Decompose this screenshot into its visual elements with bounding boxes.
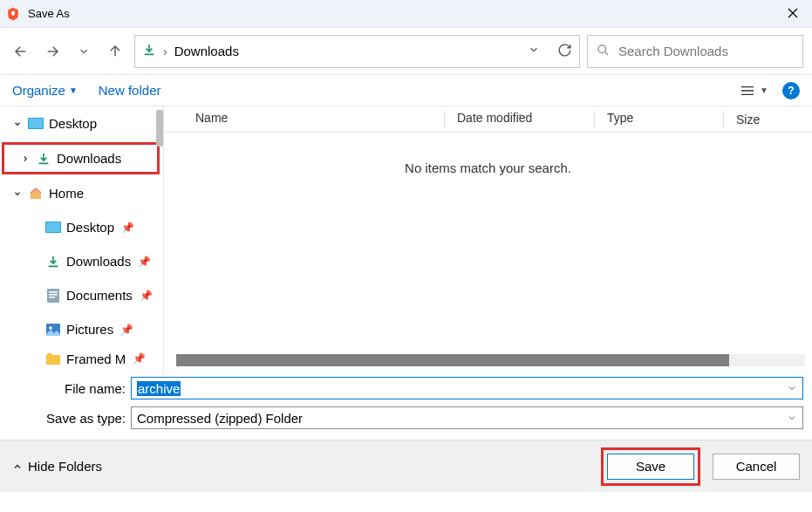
search-icon bbox=[597, 44, 610, 59]
column-date[interactable]: ⌄ Date modified bbox=[445, 111, 595, 128]
sort-indicator-icon: ⌄ bbox=[516, 109, 523, 118]
tree-item-home-pictures[interactable]: Pictures 📌 bbox=[0, 312, 163, 346]
svg-rect-2 bbox=[29, 119, 43, 128]
view-menu[interactable]: ▼ bbox=[740, 85, 768, 97]
tree-item-home-framed[interactable]: Framed M 📌 bbox=[0, 346, 163, 371]
filename-value: archive bbox=[137, 381, 181, 396]
horizontal-scrollbar[interactable] bbox=[176, 354, 805, 366]
tree-item-home-documents[interactable]: Documents 📌 bbox=[0, 278, 163, 312]
pin-icon: 📌 bbox=[138, 256, 151, 268]
column-size[interactable]: Size bbox=[724, 113, 812, 126]
refresh-button[interactable] bbox=[557, 43, 572, 60]
brave-app-icon bbox=[5, 6, 21, 22]
recent-dropdown[interactable] bbox=[72, 39, 96, 64]
column-type[interactable]: Type bbox=[595, 111, 724, 128]
chevron-down-icon[interactable] bbox=[12, 119, 23, 128]
back-button[interactable] bbox=[9, 39, 33, 64]
address-dropdown[interactable] bbox=[528, 44, 540, 58]
savetype-label: Save as type: bbox=[0, 411, 131, 426]
tree-item-downloads[interactable]: Downloads bbox=[2, 142, 160, 174]
tree-item-home-downloads[interactable]: Downloads 📌 bbox=[0, 244, 163, 278]
folder-tree: Desktop Downloads Home Desktop 📌 Downloa… bbox=[0, 106, 164, 373]
desktop-icon bbox=[45, 221, 61, 235]
downloads-icon bbox=[142, 43, 156, 59]
sidebar-scrollbar[interactable] bbox=[156, 110, 163, 147]
window-title: Save As bbox=[28, 7, 779, 20]
pin-icon: 📌 bbox=[140, 290, 153, 302]
help-button[interactable]: ? bbox=[782, 82, 800, 99]
svg-rect-4 bbox=[46, 222, 60, 232]
desktop-icon bbox=[28, 117, 44, 131]
search-box[interactable] bbox=[587, 35, 803, 68]
filename-label: File name: bbox=[0, 381, 131, 396]
pin-icon: 📌 bbox=[121, 222, 134, 234]
filename-input[interactable]: archive bbox=[131, 377, 803, 399]
forward-button[interactable] bbox=[40, 39, 65, 64]
new-folder-button[interactable]: New folder bbox=[99, 83, 161, 98]
column-headers: Name ⌄ Date modified Type Size bbox=[164, 106, 812, 133]
tree-item-home[interactable]: Home bbox=[0, 176, 163, 210]
search-input[interactable] bbox=[618, 44, 794, 58]
save-button[interactable]: Save bbox=[607, 454, 694, 480]
folder-icon bbox=[45, 352, 61, 365]
savetype-select[interactable]: Compressed (zipped) Folder bbox=[131, 406, 803, 429]
svg-rect-6 bbox=[49, 291, 58, 293]
savetype-dropdown-icon[interactable] bbox=[787, 411, 797, 426]
close-button[interactable] bbox=[779, 7, 807, 21]
chevron-right-icon[interactable] bbox=[20, 154, 31, 163]
tree-item-home-desktop[interactable]: Desktop 📌 bbox=[0, 210, 163, 244]
chevron-down-icon[interactable] bbox=[12, 189, 23, 198]
pictures-icon bbox=[45, 323, 61, 337]
savetype-value: Compressed (zipped) Folder bbox=[137, 411, 303, 426]
pin-icon: 📌 bbox=[133, 352, 146, 365]
svg-point-0 bbox=[598, 44, 606, 52]
svg-rect-5 bbox=[47, 289, 59, 303]
organize-menu[interactable]: Organize ▼ bbox=[12, 83, 78, 98]
cancel-button[interactable]: Cancel bbox=[713, 454, 800, 480]
save-button-highlight: Save bbox=[601, 447, 700, 486]
downloads-icon bbox=[45, 255, 61, 269]
address-bar[interactable]: › Downloads bbox=[134, 35, 580, 68]
svg-point-10 bbox=[49, 326, 52, 330]
empty-message: No items match your search. bbox=[164, 160, 812, 175]
breadcrumb-current[interactable]: Downloads bbox=[174, 44, 239, 58]
documents-icon bbox=[45, 289, 61, 303]
svg-rect-8 bbox=[49, 297, 55, 298]
svg-rect-7 bbox=[49, 294, 58, 296]
hide-folders-toggle[interactable]: Hide Folders bbox=[12, 459, 102, 474]
home-icon bbox=[28, 187, 44, 201]
up-button[interactable] bbox=[103, 39, 127, 64]
pin-icon: 📌 bbox=[120, 324, 133, 336]
downloads-icon bbox=[36, 152, 51, 166]
breadcrumb-sep: › bbox=[163, 44, 167, 58]
filename-dropdown-icon[interactable] bbox=[787, 381, 797, 396]
tree-item-desktop[interactable]: Desktop bbox=[0, 106, 163, 140]
column-name[interactable]: Name bbox=[164, 111, 445, 128]
